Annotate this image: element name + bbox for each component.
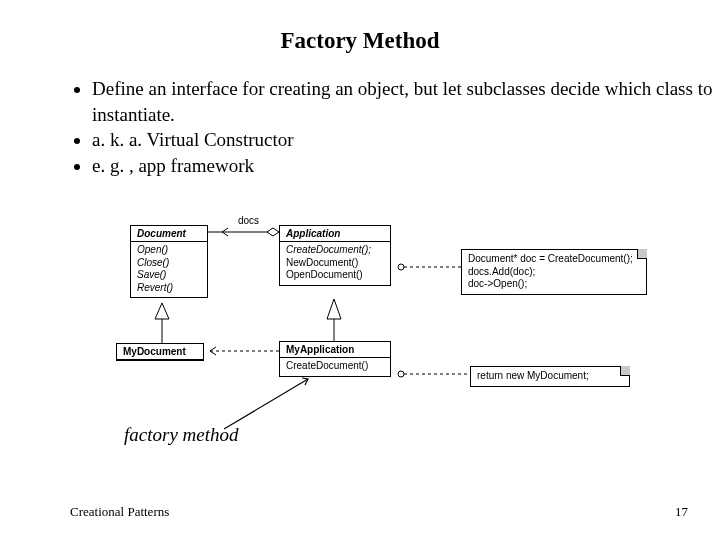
bullet-item: a. k. a. Virtual Constructor <box>92 127 720 153</box>
svg-marker-6 <box>327 299 341 319</box>
footer-category: Creational Patterns <box>70 504 169 520</box>
page-title: Factory Method <box>0 28 720 54</box>
svg-point-9 <box>398 264 404 270</box>
factory-method-label: factory method <box>124 424 239 446</box>
uml-diagram: Document Open() Close() Save() Revert() … <box>116 219 666 419</box>
svg-line-12 <box>224 379 308 429</box>
bullet-item: Define an interface for creating an obje… <box>92 76 720 127</box>
page-number: 17 <box>675 504 688 520</box>
svg-marker-2 <box>267 228 279 236</box>
bullet-item: e. g. , app framework <box>92 153 720 179</box>
svg-point-11 <box>398 371 404 377</box>
diagram-connectors <box>116 219 676 449</box>
svg-marker-4 <box>155 303 169 319</box>
bullet-list: Define an interface for creating an obje… <box>70 76 720 179</box>
